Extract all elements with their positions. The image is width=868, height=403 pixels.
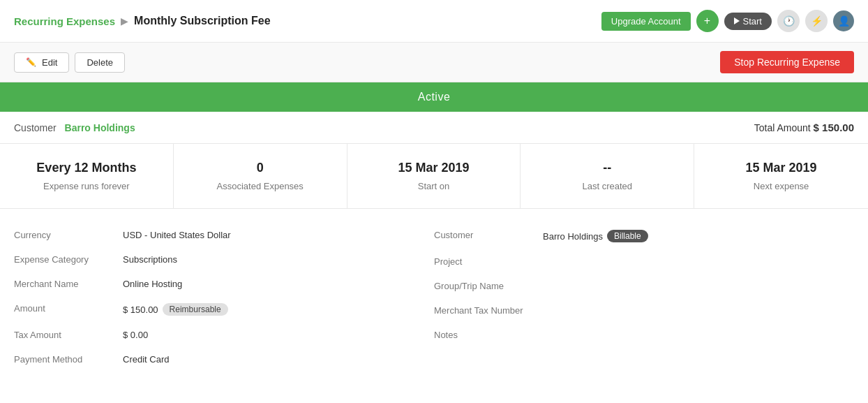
badge-reimbursable: Reimbursable — [163, 303, 228, 316]
top-bar: Recurring Expenses ▶ Monthly Subscriptio… — [0, 0, 868, 43]
avatar[interactable]: 👤 — [833, 10, 854, 31]
stat-cell-4: 15 Mar 2019 Next expense — [694, 144, 868, 208]
stat-cell-0: Every 12 Months Expense runs forever — [0, 144, 174, 208]
top-actions: Upgrade Account + Start 🕐 ⚡ 👤 — [601, 10, 854, 32]
delete-button[interactable]: Delete — [75, 52, 125, 73]
start-button[interactable]: Start — [724, 13, 772, 30]
detail-key: Payment Method — [14, 354, 112, 365]
breadcrumb-current: Monthly Subscription Fee — [134, 15, 271, 27]
detail-row: Group/Trip Name — [434, 274, 854, 298]
detail-key: Currency — [14, 230, 112, 240]
stat-label-1: Associated Expenses — [188, 181, 333, 191]
avatar-icon: 👤 — [838, 15, 850, 27]
customer-row: Customer Barro Holdings Total Amount $ 1… — [0, 112, 868, 144]
action-bar: ✏️ Edit Delete Stop Recurring Expense — [0, 43, 868, 82]
stat-label-3: Last created — [534, 181, 680, 191]
total-amount-label: Total Amount — [754, 122, 811, 133]
detail-value: Barro Holdings — [543, 231, 603, 242]
add-button[interactable]: + — [696, 10, 719, 32]
active-banner: Active — [0, 82, 868, 112]
details-right: Customer Barro HoldingsBillable Project … — [434, 223, 854, 372]
stat-label-0: Expense runs forever — [14, 181, 159, 191]
breadcrumb-parent-link[interactable]: Recurring Expenses — [14, 15, 115, 27]
active-label: Active — [418, 91, 451, 103]
breadcrumb-arrow: ▶ — [121, 15, 128, 27]
start-label: Start — [743, 16, 762, 27]
lightning-icon: ⚡ — [811, 15, 823, 27]
action-bar-left: ✏️ Edit Delete — [14, 52, 125, 73]
total-amount-container: Total Amount $ 150.00 — [754, 122, 854, 133]
detail-row: Notes — [434, 323, 854, 347]
edit-button[interactable]: ✏️ Edit — [14, 52, 69, 73]
detail-key: Amount — [14, 303, 112, 314]
detail-key: Notes — [434, 330, 532, 340]
clock-button[interactable]: 🕐 — [777, 10, 800, 32]
detail-row: Expense Category Subscriptions — [14, 247, 434, 272]
play-icon — [734, 17, 740, 24]
detail-row: Amount $ 150.00Reimbursable — [14, 296, 434, 323]
edit-label: Edit — [42, 57, 57, 68]
stat-value-3: -- — [534, 161, 680, 175]
customer-prefix-label: Customer — [14, 122, 57, 133]
detail-value: $ 0.00 — [123, 330, 148, 340]
breadcrumb: Recurring Expenses ▶ Monthly Subscriptio… — [14, 15, 271, 27]
detail-row: Currency USD - United States Dollar — [14, 223, 434, 247]
detail-value: Credit Card — [123, 354, 169, 365]
detail-key: Project — [434, 256, 532, 267]
details-section: Currency USD - United States Dollar Expe… — [0, 209, 868, 386]
customer-name-link[interactable]: Barro Holdings — [65, 122, 135, 133]
customer-info: Customer Barro Holdings — [14, 122, 135, 133]
detail-row: Merchant Name Online Hosting — [14, 272, 434, 296]
detail-key: Merchant Tax Number — [434, 305, 532, 316]
detail-value: Online Hosting — [123, 279, 182, 289]
stats-grid: Every 12 Months Expense runs forever 0 A… — [0, 144, 868, 209]
stat-value-4: 15 Mar 2019 — [708, 161, 854, 175]
detail-row: Tax Amount $ 0.00 — [14, 323, 434, 347]
clock-icon: 🕐 — [783, 15, 795, 27]
detail-key: Tax Amount — [14, 330, 112, 340]
detail-key: Expense Category — [14, 254, 112, 265]
detail-row: Payment Method Credit Card — [14, 347, 434, 372]
upgrade-account-button[interactable]: Upgrade Account — [601, 12, 691, 31]
detail-row: Merchant Tax Number — [434, 298, 854, 323]
detail-key: Customer — [434, 230, 532, 240]
stop-recurring-expense-button[interactable]: Stop Recurring Expense — [720, 51, 854, 73]
detail-row: Project — [434, 249, 854, 274]
stat-label-2: Start on — [361, 181, 507, 191]
lightning-button[interactable]: ⚡ — [805, 10, 828, 32]
stat-value-2: 15 Mar 2019 — [361, 161, 507, 175]
stat-value-0: Every 12 Months — [14, 161, 159, 175]
detail-key: Group/Trip Name — [434, 281, 532, 291]
detail-key: Merchant Name — [14, 279, 112, 289]
total-amount-value: $ 150.00 — [814, 122, 854, 133]
detail-value: Subscriptions — [123, 254, 177, 265]
stat-cell-3: -- Last created — [521, 144, 694, 208]
stat-value-1: 0 — [188, 161, 333, 175]
detail-value: USD - United States Dollar — [123, 230, 231, 240]
details-left: Currency USD - United States Dollar Expe… — [14, 223, 434, 372]
stat-cell-2: 15 Mar 2019 Start on — [347, 144, 521, 208]
detail-value: $ 150.00 — [123, 305, 158, 315]
stat-label-4: Next expense — [708, 181, 854, 191]
badge-billable: Billable — [607, 230, 648, 242]
stat-cell-1: 0 Associated Expenses — [174, 144, 347, 208]
pencil-icon: ✏️ — [26, 57, 36, 67]
detail-row: Customer Barro HoldingsBillable — [434, 223, 854, 249]
